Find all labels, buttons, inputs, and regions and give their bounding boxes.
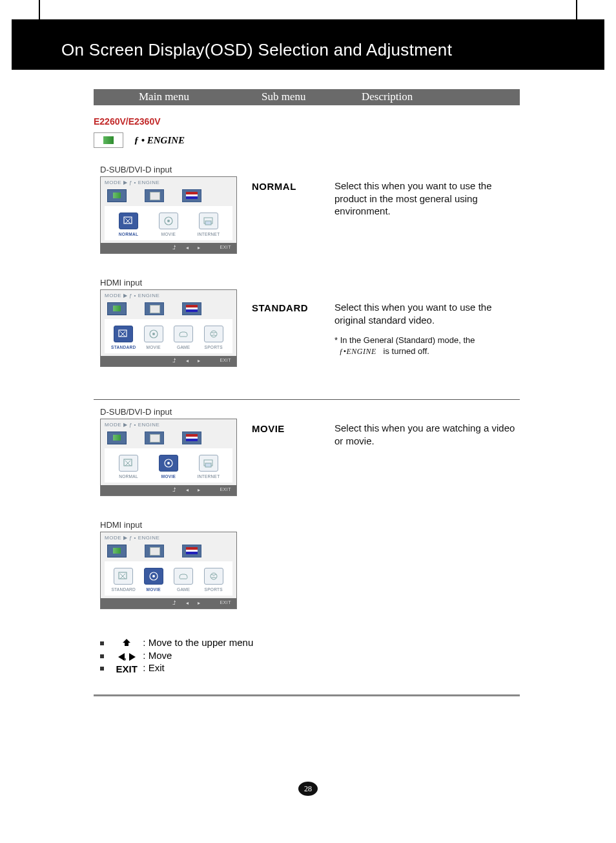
- osd-tab-engine-icon: [107, 189, 127, 202]
- osd-screenshot-dsub-movie: MODE ▶ ƒ • ENGINE NORMAL MOVIE INTERNET …: [100, 419, 237, 496]
- osd-opt-sports: SPORTS: [201, 326, 227, 349]
- osd-opt-game: GAME: [170, 326, 196, 349]
- up-icon: ⮥: [172, 245, 177, 251]
- left-icon: ◂: [186, 245, 189, 251]
- exit-label: EXIT: [220, 358, 231, 362]
- fengine-inline-icon: ƒ•ENGINE: [339, 347, 376, 356]
- up-icon: ⮥: [172, 487, 177, 493]
- svg-point-24: [152, 575, 155, 578]
- osd-breadcrumb: MODE ▶ ƒ • ENGINE: [101, 290, 236, 301]
- header-main: Main menu: [139, 90, 189, 103]
- osd-tab-engine-icon: [107, 302, 127, 315]
- legend-exit-label: EXIT: [113, 663, 140, 674]
- sub-normal: NORMAL: [252, 181, 296, 192]
- osd-opt-game: GAME: [170, 568, 196, 592]
- osd-opt-movie: MOVIE: [141, 568, 167, 592]
- engine-row: ƒ • ENGINE: [94, 132, 185, 151]
- osd-opt-standard: STANDARD: [110, 568, 136, 592]
- osd-opt-movie: MOVIE: [156, 455, 181, 479]
- exit-label: EXIT: [220, 245, 231, 249]
- caption-hdmi-1: HDMI input: [100, 278, 142, 287]
- right-icon: ▸: [198, 600, 200, 606]
- osd-opt-normal: NORMAL: [116, 455, 141, 479]
- osd-tab-engine-icon: [107, 432, 127, 444]
- model-label: E2260V/E2360V: [94, 116, 161, 127]
- left-icon: ◂: [186, 358, 189, 364]
- osd-breadcrumb: MODE ▶ ƒ • ENGINE: [101, 532, 236, 543]
- header-desc: Description: [362, 90, 413, 103]
- legend-row-up: : Move to the upper menu: [100, 637, 253, 649]
- engine-label: ƒ • ENGINE: [134, 135, 185, 146]
- osd-footer: ⮥ ◂ ▸ EXIT: [101, 243, 236, 253]
- svg-rect-6: [205, 221, 211, 225]
- svg-point-12: [210, 331, 217, 337]
- crop-mark-right: [576, 0, 577, 19]
- osd-opt-movie: MOVIE: [156, 213, 181, 236]
- osd-footer: ⮥ ◂ ▸ EXIT: [101, 598, 236, 609]
- svg-rect-13: [124, 459, 132, 466]
- osd-footer: ⮥ ◂ ▸ EXIT: [101, 485, 236, 495]
- left-right-arrows-icon: ,: [113, 650, 140, 661]
- osd-screenshot-dsub-normal: MODE ▶ ƒ • ENGINE NORMAL MOVIE INTERNET …: [100, 176, 237, 254]
- caption-dsub-1: D-SUB/DVI-D input: [100, 165, 172, 174]
- bottom-rule: [94, 694, 520, 696]
- legend: : Move to the upper menu , : Move EXIT :…: [100, 636, 253, 675]
- osd-opt-standard: STANDARD: [110, 326, 136, 349]
- bullet-icon: [100, 641, 104, 645]
- right-icon: ▸: [198, 245, 200, 251]
- svg-rect-20: [119, 572, 127, 579]
- osd-opt-normal: NORMAL: [116, 213, 141, 236]
- caption-hdmi-2: HDMI input: [100, 520, 142, 530]
- desc-normal: Select this when you want to use the pro…: [334, 180, 518, 218]
- osd-tab-window-icon: [145, 302, 164, 315]
- page-number-badge: 28: [298, 782, 318, 796]
- left-icon: ◂: [186, 600, 189, 606]
- osd-screenshot-hdmi-standard: MODE ▶ ƒ • ENGINE STANDARD MOVIE GAME SP…: [100, 289, 237, 367]
- left-icon: ◂: [186, 487, 189, 493]
- svg-point-4: [167, 220, 170, 222]
- up-arrow-icon: [113, 638, 140, 649]
- osd-tab-window-icon: [145, 545, 164, 557]
- caption-dsub-2: D-SUB/DVI-D input: [100, 407, 172, 417]
- svg-point-17: [167, 462, 170, 464]
- sub-standard: STANDARD: [252, 302, 308, 313]
- bullet-icon: [100, 667, 104, 671]
- column-header-bar: Main menu Sub menu Description: [94, 89, 520, 105]
- desc-standard: Select this when you want to use the ori…: [334, 301, 518, 357]
- osd-opt-internet: INTERNET: [196, 213, 221, 236]
- osd-tab-window-icon: [145, 432, 164, 444]
- legend-row-move: , : Move: [100, 650, 253, 662]
- svg-point-11: [152, 333, 155, 335]
- osd-tab-flag-icon: [182, 432, 201, 444]
- bullet-icon: [100, 654, 104, 658]
- svg-point-25: [210, 573, 217, 579]
- osd-breadcrumb: MODE ▶ ƒ • ENGINE: [101, 177, 236, 188]
- right-icon: ▸: [198, 358, 200, 364]
- svg-rect-19: [205, 463, 211, 467]
- desc-movie: Select this when you are watching a vide…: [334, 422, 518, 447]
- section-divider: [94, 399, 520, 400]
- right-icon: ▸: [198, 487, 200, 493]
- exit-label: EXIT: [220, 487, 231, 492]
- osd-tab-window-icon: [145, 189, 164, 202]
- up-icon: ⮥: [172, 358, 177, 364]
- osd-breadcrumb: MODE ▶ ƒ • ENGINE: [101, 419, 236, 430]
- engine-icon: [94, 132, 123, 148]
- osd-tab-engine-icon: [107, 545, 127, 557]
- osd-tab-flag-icon: [182, 302, 201, 315]
- legend-row-exit: EXIT : Exit: [100, 662, 253, 674]
- svg-rect-7: [119, 330, 127, 337]
- up-icon: ⮥: [172, 600, 177, 606]
- header-sub: Sub menu: [262, 90, 305, 103]
- sub-movie: MOVIE: [252, 423, 285, 434]
- crop-mark-left: [39, 0, 40, 19]
- osd-opt-internet: INTERNET: [196, 455, 221, 479]
- page-title: On Screen Display(OSD) Selection and Adj…: [61, 40, 452, 60]
- osd-opt-movie: MOVIE: [141, 326, 167, 349]
- osd-tab-flag-icon: [182, 189, 201, 202]
- osd-tab-flag-icon: [182, 545, 201, 557]
- svg-rect-0: [124, 217, 132, 224]
- osd-footer: ⮥ ◂ ▸ EXIT: [101, 356, 236, 366]
- exit-label: EXIT: [220, 600, 231, 605]
- osd-opt-sports: SPORTS: [201, 568, 227, 592]
